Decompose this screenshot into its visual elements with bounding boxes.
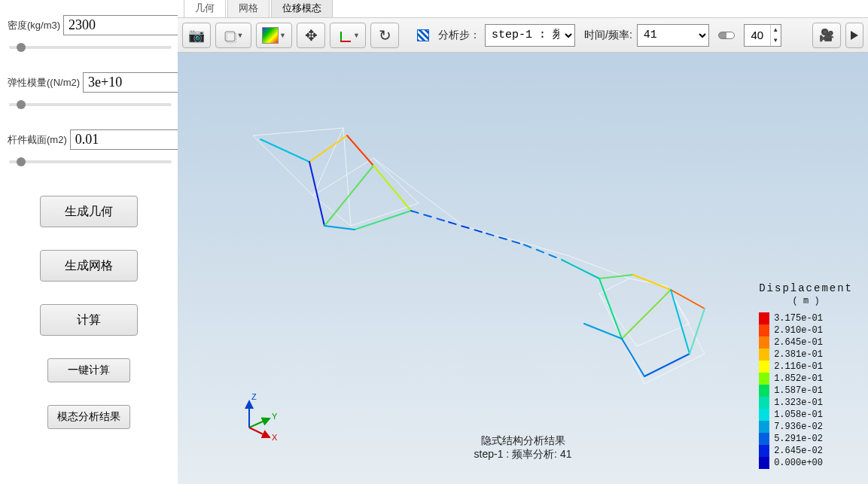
analysis-step-label: 分析步： [438,29,480,42]
svg-line-6 [355,211,411,230]
tab-bar: 几何 网格 位移模态 [178,0,868,18]
legend-swatch [759,361,769,373]
legend-value: 1.323e-01 [774,397,823,409]
svg-line-8 [411,211,449,222]
time-freq-select[interactable]: 41 [637,24,709,47]
legend-swatch [759,397,769,409]
legend-value: 0.000e+00 [774,457,823,469]
svg-line-2 [347,135,373,166]
analysis-step-icon [417,29,429,41]
chevron-down-icon: ▼ [279,32,286,39]
legend-swatch [759,349,769,361]
legend-value: 2.116e-01 [774,361,823,373]
pan-button[interactable] [297,23,325,48]
time-freq-label: 时间/频率: [584,29,632,42]
legend-value: 5.291e-02 [774,433,823,445]
legend-swatch [759,336,769,349]
scale-icon [718,32,735,39]
caption-line1: 隐式结构分析结果 [474,434,572,448]
viewport-caption: 隐式结构分析结果 step-1 : 频率分析: 41 [474,434,572,461]
main-area: 几何 网格 位移模态 ▼ ▼ ▼ 分析步： step-1 : 频 时间/频率: … [178,0,868,484]
svg-line-4 [324,166,373,226]
chevron-down-icon: ▼ [353,32,360,39]
svg-line-7 [324,226,355,230]
spinner-down-button[interactable]: ▼ [770,35,781,46]
viewport-3d[interactable]: Z Y X 隐式结构分析结果 step-1 : 频率分析: 41 Displac… [178,53,868,484]
chevron-down-icon: ▼ [237,32,244,39]
caption-line2: step-1 : 频率分析: 41 [474,448,572,461]
legend-value: 2.645e-01 [774,336,823,349]
legend-value: 2.381e-01 [774,349,823,361]
param-label: 弹性模量((N/m2) [8,76,80,90]
axis-icon [336,27,352,44]
tab-mesh[interactable]: 网格 [227,0,270,17]
param-label: 杆件截面(m2) [8,133,67,147]
toolbar: ▼ ▼ ▼ 分析步： step-1 : 频 时间/频率: 41 ▲ ▼ [178,18,868,53]
play-button[interactable] [845,23,863,48]
sidebar: 密度(kg/m3) 弹性模量((N/m2) 杆件截面(m2) 生成几何 生成网格… [0,0,178,484]
param-density: 密度(kg/m3) [8,15,170,51]
legend-value: 7.936e-02 [774,421,823,433]
density-slider[interactable] [9,46,172,49]
svg-line-24 [249,419,270,428]
elastic-modulus-slider[interactable] [9,103,172,106]
legend-swatch [759,385,769,397]
generate-mesh-button[interactable]: 生成网格 [40,250,138,282]
legend-swatch [759,421,769,433]
compute-button[interactable]: 计算 [40,304,138,336]
refresh-icon [379,26,391,44]
spinner-up-button[interactable]: ▲ [770,25,781,35]
colormap-icon [262,27,279,44]
legend-value: 2.645e-02 [774,445,823,457]
legend-swatch [759,409,769,421]
legend-value: 3.175e-01 [774,312,823,324]
legend-swatch [759,433,769,445]
video-camera-icon [819,28,834,42]
svg-line-10 [486,233,524,245]
tab-geometry[interactable]: 几何 [184,0,226,17]
view-cube-button[interactable]: ▼ [215,23,251,48]
legend-swatch [759,457,769,469]
generate-geometry-button[interactable]: 生成几何 [40,196,138,227]
play-icon [851,31,858,40]
svg-line-1 [309,135,347,162]
svg-line-12 [562,260,599,279]
param-cross-section: 杆件截面(m2) [8,129,170,166]
axis-x-label: X [272,433,278,442]
axis-orient-button[interactable]: ▼ [330,23,366,48]
svg-line-18 [584,324,622,339]
param-label: 密度(kg/m3) [8,19,60,32]
cross-section-slider[interactable] [9,160,172,163]
legend-value: 2.910e-01 [774,324,823,336]
legend-value: 1.852e-01 [774,373,823,385]
cube-icon [224,27,236,44]
reset-view-button[interactable] [370,23,399,48]
legend-swatch [759,445,769,457]
svg-line-17 [622,290,671,339]
svg-line-14 [633,275,671,290]
amplitude-input[interactable] [745,28,770,42]
modal-analysis-result-button[interactable]: 模态分析结果 [47,405,130,429]
orientation-triad: Z Y X [238,394,283,439]
tab-displacement-mode[interactable]: 位移模态 [271,0,333,17]
color-legend: Displacement ( m ) 3.175e-012.910e-012.6… [759,282,853,469]
legend-swatch [759,312,769,324]
legend-value: 1.058e-01 [774,409,823,421]
colormap-button[interactable]: ▼ [256,23,292,48]
axis-z-label: Z [251,392,257,401]
legend-value: 1.587e-01 [774,385,823,397]
svg-line-9 [449,222,486,233]
axis-y-label: Y [272,412,278,421]
legend-unit: ( m ) [759,296,853,306]
move-icon [305,26,318,44]
one-click-compute-button[interactable]: 一键计算 [47,358,130,382]
camera-icon [188,27,205,44]
amplitude-spinner[interactable]: ▲ ▼ [744,24,781,47]
svg-line-25 [249,428,270,437]
param-elastic-modulus: 弹性模量((N/m2) [8,72,170,108]
analysis-step-select[interactable]: step-1 : 频 [485,24,575,47]
record-button[interactable] [812,23,841,48]
legend-title: Displacement [759,282,853,294]
screenshot-button[interactable] [182,23,211,48]
legend-swatch [759,373,769,385]
